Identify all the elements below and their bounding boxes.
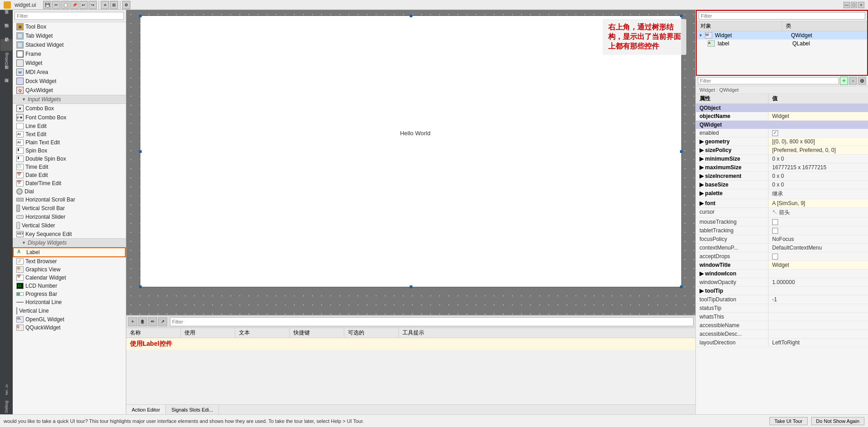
tab-action-editor[interactable]: Action Editor	[126, 405, 166, 414]
bottom-tb-delete[interactable]: 🗑	[138, 317, 147, 326]
dont-show-again-button[interactable]: Do Not Show Again	[811, 417, 864, 425]
prop-row-accessibledesc[interactable]: accessibleDesc...	[696, 330, 868, 339]
prop-row-minsize[interactable]: ▶ minimumSize 0 x 0	[696, 155, 868, 163]
obj-tree-filter-input[interactable]	[699, 12, 865, 20]
tb-tools[interactable]: ⚙	[122, 1, 130, 9]
widget-item-textbrowser[interactable]: 📝 Text Browser	[13, 257, 126, 265]
design-canvas[interactable]: Hello World 右上角，通过树形结 构，显示出了当前界面 上都有那些控件	[126, 10, 695, 314]
widget-filter-input[interactable]	[15, 12, 124, 20]
bottom-tb-new[interactable]: +	[128, 317, 137, 326]
prop-row-accessiblename[interactable]: accessibleName	[696, 321, 868, 330]
widget-item-vline[interactable]: Vertical Line	[13, 306, 126, 315]
prop-row-contextmenu[interactable]: contextMenuP... DefaultContextMenu	[696, 244, 868, 252]
widget-item-dateedit[interactable]: 📅 Date Edit	[13, 171, 126, 179]
prop-row-basesize[interactable]: ▶ baseSize 0 x 0	[696, 181, 868, 189]
widget-item-toolbox[interactable]: ⊞ Tool Box	[13, 22, 126, 31]
widget-item-dial[interactable]: Dial	[13, 187, 126, 196]
widget-item-timeedit[interactable]: 🕐 Time Edit	[13, 163, 126, 171]
widget-item-progressbar[interactable]: Progress Bar	[13, 290, 126, 298]
widget-item-graphicsview[interactable]: 🎨 Graphics View	[13, 265, 126, 274]
props-filter-input[interactable]	[698, 77, 839, 84]
widget-item-qaxwidget[interactable]: Q QAxWidget	[13, 86, 126, 95]
widget-item-vscrollbar[interactable]: Vertical Scroll Bar	[13, 204, 126, 213]
handle-br[interactable]	[680, 285, 683, 288]
widget-item-stacked[interactable]: ⬜ Stacked Widget	[13, 40, 126, 49]
prop-row-sizeincrement[interactable]: ▶ sizeIncrement 0 x 0	[696, 172, 868, 181]
widget-item-plaintextedit[interactable]: AI Plain Text Edit	[13, 138, 126, 147]
activity-item-projects[interactable]: 项目	[0, 66, 12, 78]
prop-row-sizepolicy[interactable]: ▶ sizePolicy [Preferred, Preferred, 0, 0…	[696, 146, 868, 155]
widget-item-hline[interactable]: Horizontal Line	[13, 298, 126, 306]
prop-row-geometry[interactable]: ▶ geometry [(0, 0), 800 x 600]	[696, 137, 868, 146]
widget-item-fontcombobox[interactable]: F▼ Font Combo Box	[13, 113, 126, 122]
prop-row-palette[interactable]: ▶ palette 继承	[696, 189, 868, 199]
activity-item-hello[interactable]: hel...lo	[0, 381, 12, 399]
prop-row-font[interactable]: ▶ font A [SimSun, 9]	[696, 199, 868, 208]
take-ui-tour-button[interactable]: Take UI Tour	[769, 417, 808, 425]
widget-item-vslider[interactable]: Vertical Slider	[13, 221, 126, 230]
prop-row-whatsthis[interactable]: whatsThis	[696, 313, 868, 321]
widget-item-mdiarea[interactable]: M MDI Area	[13, 68, 126, 77]
mousetracking-checkbox[interactable]	[772, 219, 778, 225]
tb-cut[interactable]: ✂	[52, 1, 60, 9]
widget-item-widget[interactable]: Widget	[13, 59, 126, 68]
prop-row-acceptdrops[interactable]: acceptDrops	[696, 252, 868, 261]
widget-item-calendar[interactable]: 📅 Calendar Widget	[13, 274, 126, 282]
prop-row-windowicon[interactable]: ▶ windowIcon	[696, 270, 868, 278]
obj-tree-row-widget[interactable]: ▼ W Widget QWidget	[697, 31, 867, 39]
widget-item-combobox[interactable]: ▼ Combo Box	[13, 104, 126, 113]
widget-item-lineedit[interactable]: Line Edit	[13, 122, 126, 130]
prop-row-mousetracking[interactable]: mouseTracking	[696, 218, 868, 226]
props-add-btn[interactable]: +	[840, 77, 848, 85]
bottom-tb-edit[interactable]: ✏	[148, 317, 157, 326]
obj-tree-row-label[interactable]: A label QLabel	[697, 39, 867, 48]
widget-item-lcdnumber[interactable]: 12 LCD Number	[13, 282, 126, 290]
widget-item-spinbox[interactable]: ⬍ Spin Box	[13, 147, 126, 155]
widget-item-tabwidget[interactable]: ⬜ Tab Widget	[13, 31, 126, 40]
bottom-tb-nav[interactable]: ↗	[158, 317, 167, 326]
enabled-checkbox[interactable]: ✓	[772, 130, 778, 136]
tb-align[interactable]: ≡	[101, 1, 109, 9]
display-widgets-expand[interactable]: ▼	[22, 240, 26, 245]
handle-mr[interactable]	[680, 150, 683, 153]
activity-item-debug[interactable]: Debug	[0, 53, 12, 64]
prop-row-statustip[interactable]: statusTip	[696, 304, 868, 313]
tb-undo[interactable]: ↩	[79, 1, 88, 9]
widget-item-frame[interactable]: Frame	[13, 49, 126, 59]
acceptdrops-checkbox[interactable]	[772, 254, 778, 260]
prop-row-maxsize[interactable]: ▶ maximumSize 16777215 x 16777215	[696, 163, 868, 172]
prop-row-objectname[interactable]: objectName Widget	[696, 112, 868, 121]
prop-row-tooltip[interactable]: ▶ toolTip	[696, 287, 868, 295]
prop-row-windowopacity[interactable]: windowOpacity 1.000000	[696, 278, 868, 287]
prop-row-tooltipduration[interactable]: toolTipDuration -1	[696, 295, 868, 304]
tb-distribute[interactable]: ⊞	[110, 1, 118, 9]
expand-widget[interactable]: ▼	[699, 33, 705, 38]
handle-tl[interactable]	[139, 15, 142, 17]
widget-item-opengl[interactable]: GL OpenGL Widget	[13, 315, 126, 324]
activity-item-welcome[interactable]: 欢迎	[0, 12, 12, 24]
prop-row-layoutdirection[interactable]: layoutDirection LeftToRight	[696, 339, 868, 347]
prop-row-enabled[interactable]: enabled ✓	[696, 129, 868, 137]
tb-copy[interactable]: 📋	[61, 1, 69, 9]
props-remove-btn[interactable]: -	[849, 77, 857, 85]
widget-item-datetimeedit[interactable]: 📅 Date/Time Edit	[13, 179, 126, 187]
win-close[interactable]: ×	[858, 2, 864, 8]
activity-item-edit[interactable]: 编辑	[0, 25, 12, 37]
widget-item-textedit[interactable]: AI Text Edit	[13, 130, 126, 138]
widget-item-hscrollbar[interactable]: Horizontal Scroll Bar	[13, 196, 126, 204]
input-widgets-expand[interactable]: ▼	[22, 97, 26, 102]
prop-row-tablettracking[interactable]: tabletTracking	[696, 226, 868, 235]
activity-item-design[interactable]: 设计	[0, 39, 12, 51]
handle-tm[interactable]	[410, 15, 412, 17]
widget-item-keyseq[interactable]: KEY Key Sequence Edit	[13, 230, 126, 238]
activity-item-debug2[interactable]: Debug	[0, 401, 12, 412]
widget-item-label[interactable]: A Label	[13, 247, 126, 257]
handle-bm[interactable]	[410, 285, 412, 288]
widget-item-doublespinbox[interactable]: ⬍ Double Spin Box	[13, 155, 126, 163]
tb-paste[interactable]: 📌	[70, 1, 79, 9]
handle-tr[interactable]	[680, 15, 683, 17]
widget-item-qquick[interactable]: Q QQuickWidget	[13, 324, 126, 332]
bottom-filter-input[interactable]	[170, 317, 694, 326]
tablettracking-checkbox[interactable]	[772, 228, 778, 234]
canvas-widget[interactable]: Hello World	[140, 15, 682, 287]
